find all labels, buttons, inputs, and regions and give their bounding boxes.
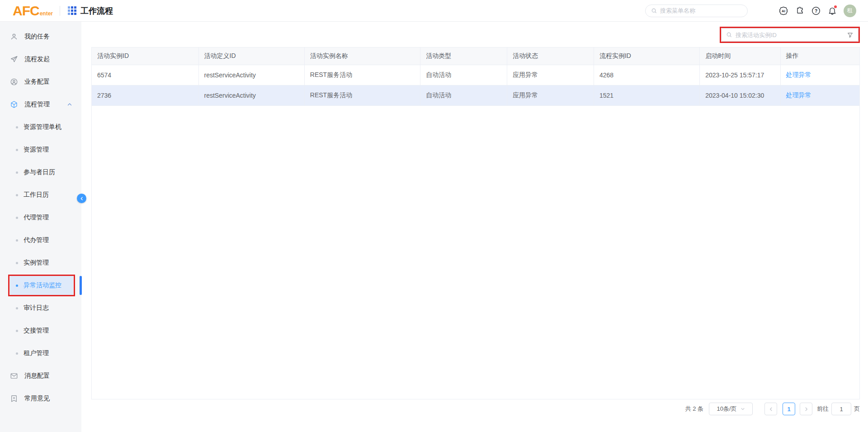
table-row[interactable]: 6574 restServiceActivity REST服务活动 自动活动 应… xyxy=(92,65,859,85)
exception-activity-table-panel: 活动实例ID 活动定义ID 活动实例名称 活动类型 活动状态 流程实例ID 启动… xyxy=(91,47,860,399)
sidebar-item-label: 流程管理 xyxy=(24,100,61,109)
cube-icon xyxy=(10,100,18,109)
activity-search-box[interactable] xyxy=(721,28,859,42)
prev-page-button[interactable] xyxy=(764,403,777,415)
bullet-dot xyxy=(16,217,18,219)
sidebar-item-process-initiate[interactable]: 流程发起 xyxy=(0,48,81,71)
sidebar-item-label: 流程发起 xyxy=(24,55,72,63)
logo-text-sub: enter xyxy=(40,10,53,17)
bullet-dot xyxy=(16,262,18,264)
header-divider xyxy=(60,6,60,16)
table-header-row: 活动实例ID 活动定义ID 活动实例名称 活动类型 活动状态 流程实例ID 启动… xyxy=(92,47,859,65)
send-icon xyxy=(10,55,18,63)
cell-activity-type: 自动活动 xyxy=(420,65,507,85)
bullet-dot xyxy=(16,239,18,242)
sidebar-item-common-opinions[interactable]: 常用意见 xyxy=(0,387,81,410)
exception-activity-table: 活动实例ID 活动定义ID 活动实例名称 活动类型 活动状态 流程实例ID 启动… xyxy=(92,47,859,106)
active-item-bar xyxy=(80,276,82,295)
col-header-activity-type: 活动类型 xyxy=(420,47,507,65)
sidebar-item-label: 消息配置 xyxy=(24,372,72,380)
help-icon[interactable]: ? xyxy=(811,6,821,16)
sidebar-item-message-config[interactable]: 消息配置 xyxy=(0,365,81,387)
ai-assistant-icon[interactable]: AI xyxy=(778,6,788,16)
svg-text:?: ? xyxy=(815,8,817,13)
table-row[interactable]: 2736 restServiceActivity REST服务活动 自动活动 应… xyxy=(92,85,859,105)
mail-icon xyxy=(10,372,18,380)
handle-exception-link[interactable]: 处理异常 xyxy=(786,91,811,99)
sidebar-subitem-tenant-management[interactable]: 租户管理 xyxy=(0,342,81,365)
logo-text-main: AFC xyxy=(13,4,39,18)
sidebar-collapse-button[interactable] xyxy=(77,194,86,203)
sidebar-item-my-tasks[interactable]: 我的任务 xyxy=(0,25,81,48)
notification-bell-icon[interactable] xyxy=(827,6,837,16)
sidebar-subitem-label: 异常活动监控 xyxy=(24,281,61,290)
sidebar-subitem-participant-calendar[interactable]: 参与者日历 xyxy=(0,161,81,184)
handle-exception-link[interactable]: 处理异常 xyxy=(786,71,811,78)
bullet-dot xyxy=(16,352,18,355)
sidebar-subitem-handover-management[interactable]: 交接管理 xyxy=(0,319,81,342)
annotation-red-box-search xyxy=(720,27,860,43)
sidebar-subitem-audit-log[interactable]: 审计日志 xyxy=(0,297,81,319)
plugin-puzzle-icon[interactable] xyxy=(795,6,805,16)
pagination-bar: 共 2 条 10条/页 1 前往 页 xyxy=(91,399,860,418)
bullet-dot xyxy=(16,171,18,174)
chevron-right-icon xyxy=(804,407,809,412)
sidebar-subitem-resource-management[interactable]: 资源管理 xyxy=(0,138,81,161)
page-title: 工作流程 xyxy=(80,5,113,16)
sidebar-subitem-label: 代办管理 xyxy=(24,236,49,244)
sidebar-item-process-management[interactable]: 流程管理 xyxy=(0,93,81,116)
chevron-left-icon xyxy=(80,196,84,201)
cell-activity-name: REST服务活动 xyxy=(304,85,420,105)
sidebar-subitem-todo-management[interactable]: 代办管理 xyxy=(0,229,81,252)
cell-process-instance-id: 4268 xyxy=(594,65,699,85)
sidebar-subitem-label: 资源管理 xyxy=(24,146,49,154)
sidebar-subitem-label: 工作日历 xyxy=(24,191,49,199)
next-page-button[interactable] xyxy=(800,403,812,415)
bookmark-plus-icon xyxy=(10,394,18,403)
sidebar-subitem-exception-activity-monitor[interactable]: 异常活动监控 xyxy=(0,274,81,297)
page-size-value: 10条/页 xyxy=(717,405,736,413)
activity-search-input[interactable] xyxy=(736,32,844,38)
col-header-activity-status: 活动状态 xyxy=(507,47,594,65)
cell-activity-def-id: restServiceActivity xyxy=(198,65,304,85)
sidebar-item-business-config[interactable]: 业务配置 xyxy=(0,71,81,93)
sidebar-subitem-label: 参与者日历 xyxy=(24,168,55,176)
search-icon xyxy=(726,32,732,38)
sidebar-nav: 我的任务 流程发起 业务配置 流程管理 资源管理单机 资源管理 xyxy=(0,22,81,432)
sidebar-subitem-label: 审计日志 xyxy=(24,304,49,312)
page-unit-label: 页 xyxy=(854,405,860,413)
bullet-dot xyxy=(16,307,18,309)
cell-activity-type: 自动活动 xyxy=(420,85,507,105)
bullet-dot xyxy=(16,126,18,128)
sidebar-subitem-resource-standalone[interactable]: 资源管理单机 xyxy=(0,116,81,138)
cell-activity-instance-id: 2736 xyxy=(92,85,198,105)
app-grid-icon[interactable] xyxy=(68,6,76,15)
col-header-activity-def-id: 活动定义ID xyxy=(198,47,304,65)
pagination-total: 共 2 条 xyxy=(685,405,703,413)
afcenter-logo[interactable]: AFC enter xyxy=(13,4,53,18)
sidebar-subitem-instance-management[interactable]: 实例管理 xyxy=(0,252,81,274)
sidebar-subitem-work-calendar[interactable]: 工作日历 xyxy=(0,184,81,206)
svg-text:AI: AI xyxy=(782,9,785,13)
user-avatar[interactable]: 租 xyxy=(844,5,856,17)
sidebar-subitem-label: 交接管理 xyxy=(24,327,49,335)
goto-page-input[interactable] xyxy=(831,403,851,415)
menu-search-box[interactable] xyxy=(645,5,748,17)
user-icon xyxy=(10,33,18,41)
page-size-select[interactable]: 10条/页 xyxy=(709,403,753,415)
page-number-button[interactable]: 1 xyxy=(783,403,795,415)
user-circle-icon xyxy=(10,78,18,86)
cell-activity-status: 应用异常 xyxy=(507,65,594,85)
sidebar-subitem-label: 代理管理 xyxy=(24,214,49,222)
sidebar-subitem-proxy-management[interactable]: 代理管理 xyxy=(0,206,81,229)
avatar-initial: 租 xyxy=(847,7,853,14)
cell-activity-instance-id: 6574 xyxy=(92,65,198,85)
chevron-up-icon xyxy=(67,102,72,107)
top-header-bar: AFC enter 工作流程 AI ? xyxy=(0,0,868,22)
menu-search-input[interactable] xyxy=(660,7,742,14)
notification-badge-dot xyxy=(834,5,837,8)
cell-activity-def-id: restServiceActivity xyxy=(198,85,304,105)
cell-activity-name: REST服务活动 xyxy=(304,65,420,85)
cell-process-instance-id: 1521 xyxy=(594,85,699,105)
filter-funnel-icon[interactable] xyxy=(847,32,854,38)
